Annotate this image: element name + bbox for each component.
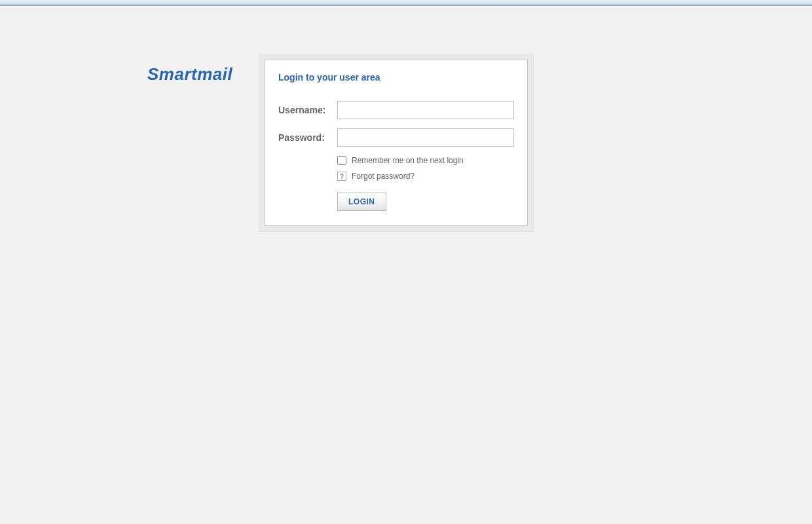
brand-title: Smartmail: [147, 64, 232, 84]
help-icon: ?: [337, 172, 346, 181]
login-panel: Login to your user area Username: Passwo…: [259, 54, 534, 232]
forgot-password-link[interactable]: Forgot password?: [352, 172, 415, 181]
remember-row: Remember me on the next login: [337, 156, 514, 165]
password-label: Password:: [278, 132, 337, 143]
login-panel-title: Login to your user area: [278, 72, 514, 83]
login-panel-inner: Login to your user area Username: Passwo…: [265, 60, 528, 226]
top-border-bar: [0, 0, 812, 6]
forgot-row: ? Forgot password?: [337, 172, 514, 181]
username-row: Username:: [278, 101, 514, 119]
password-input[interactable]: [337, 128, 514, 147]
remember-label: Remember me on the next login: [352, 156, 464, 165]
password-row: Password:: [278, 128, 514, 147]
login-button[interactable]: LOGIN: [337, 193, 386, 211]
username-input[interactable]: [337, 101, 514, 119]
login-button-row: LOGIN: [337, 193, 514, 211]
username-label: Username:: [278, 105, 337, 115]
remember-checkbox[interactable]: [337, 156, 346, 165]
